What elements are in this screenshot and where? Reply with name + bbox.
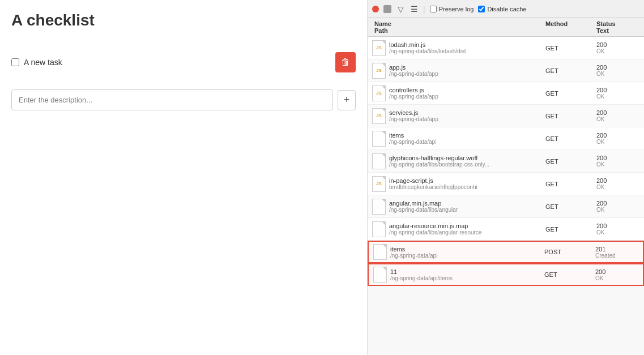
file-name-path: angular-resource.min.js.map /ng-spring-d…: [389, 223, 481, 236]
file-path: /ng-spring-data/libs/angular: [389, 207, 458, 213]
file-name: items: [390, 246, 437, 253]
list-icon[interactable]: ☰: [410, 5, 419, 14]
file-cell: items /ng-spring-data/api: [373, 244, 542, 260]
status-cell: 200 OK: [594, 177, 639, 190]
network-row[interactable]: JS controllers.js /ng-spring-data/app GE…: [368, 82, 644, 105]
file-type-icon: JS: [372, 63, 386, 79]
method-cell: POST: [542, 249, 593, 255]
status-text: OK: [595, 275, 636, 281]
status-cell: 200 OK: [594, 41, 639, 54]
file-name: services.js: [389, 109, 438, 116]
network-row[interactable]: items /ng-spring-data/api GET 200 OK: [368, 127, 644, 150]
status-code: 200: [596, 87, 637, 93]
file-name: items: [389, 132, 436, 139]
file-type-icon: [372, 153, 386, 169]
file-path: /ng-spring-data/app: [389, 93, 438, 100]
status-text: OK: [596, 207, 637, 213]
file-path: bmdblncegkenkacieihfhpjfppoconhi: [389, 184, 477, 190]
file-type-icon: [372, 221, 386, 237]
network-row[interactable]: glyphicons-halflings-regular.woff /ng-sp…: [368, 150, 644, 173]
file-cell: glyphicons-halflings-regular.woff /ng-sp…: [372, 153, 543, 169]
disable-cache-checkbox[interactable]: [478, 6, 485, 12]
task-label: A new task: [24, 58, 62, 67]
file-name-path: items /ng-spring-data/api: [390, 246, 437, 259]
disable-cache-label[interactable]: Disable cache: [478, 6, 526, 12]
file-type-icon: JS: [372, 40, 386, 56]
file-name: app.js: [389, 64, 438, 71]
network-row[interactable]: JS services.js /ng-spring-data/app GET 2…: [368, 105, 644, 127]
header-method: Method: [543, 19, 594, 35]
method-cell: GET: [543, 67, 594, 74]
file-name: in-page-script.js: [389, 177, 477, 184]
network-toolbar: ▽ ☰ | Preserve log Disable cache: [368, 0, 644, 18]
delete-button[interactable]: 🗑: [335, 52, 356, 72]
file-name: angular.min.js.map: [389, 200, 458, 207]
method-cell: GET: [543, 135, 594, 142]
network-row[interactable]: items /ng-spring-data/api POST 201 Creat…: [368, 241, 644, 263]
file-name: controllers.js: [389, 87, 438, 93]
method-cell: GET: [543, 226, 594, 233]
network-row[interactable]: JS in-page-script.js bmdblncegkenkacieih…: [368, 173, 644, 195]
description-input[interactable]: [11, 89, 333, 110]
file-cell: angular-resource.min.js.map /ng-spring-d…: [372, 221, 543, 237]
status-cell: 200 OK: [594, 64, 639, 77]
file-name-path: angular.min.js.map /ng-spring-data/libs/…: [389, 200, 458, 213]
file-path: /ng-spring-data/api: [390, 253, 437, 259]
status-code: 200: [596, 64, 637, 71]
file-name-path: 11 /ng-spring-data/api/items: [390, 268, 453, 281]
status-text: OK: [596, 48, 637, 54]
status-cell: 200 OK: [594, 87, 639, 100]
file-type-icon: [373, 267, 387, 283]
file-path: /ng-spring-data/api: [389, 139, 436, 145]
preserve-log-checkbox[interactable]: [430, 6, 437, 12]
task-checkbox[interactable]: [11, 58, 19, 66]
method-cell: GET: [543, 203, 594, 210]
file-name: angular-resource.min.js.map: [389, 223, 481, 229]
task-row: A new task 🗑: [11, 46, 356, 78]
left-panel: A checklist A new task 🗑 +: [0, 0, 367, 355]
network-row[interactable]: angular-resource.min.js.map /ng-spring-d…: [368, 218, 644, 241]
network-row[interactable]: JS lodash.min.js /ng-spring-data/libs/lo…: [368, 37, 644, 59]
file-type-icon: [373, 244, 387, 260]
file-path: /ng-spring-data/api/items: [390, 275, 453, 281]
file-name: 11: [390, 268, 453, 275]
status-code: 200: [596, 200, 637, 207]
preserve-log-label[interactable]: Preserve log: [430, 6, 474, 12]
record-button[interactable]: [372, 6, 379, 12]
filter-icon[interactable]: ▽: [396, 5, 405, 14]
status-cell: 200 OK: [594, 109, 639, 122]
file-path: /ng-spring-data/app: [389, 116, 438, 122]
file-path: /ng-spring-data/libs/bootstrap-css-only.…: [389, 161, 489, 168]
network-list: JS lodash.min.js /ng-spring-data/libs/lo…: [368, 37, 644, 355]
file-type-icon: [372, 199, 386, 215]
file-path: /ng-spring-data/app: [389, 71, 438, 77]
description-row: +: [11, 89, 356, 110]
status-code: 200: [596, 109, 637, 116]
status-text: OK: [596, 161, 637, 168]
add-button[interactable]: +: [338, 90, 356, 110]
separator: |: [423, 5, 425, 14]
file-name-path: controllers.js /ng-spring-data/app: [389, 87, 438, 100]
status-text: OK: [596, 184, 637, 190]
file-type-icon: [372, 131, 386, 147]
file-name-path: lodash.min.js /ng-spring-data/libs/lodas…: [389, 41, 466, 54]
network-panel: ▽ ☰ | Preserve log Disable cache Name Pa…: [367, 0, 644, 355]
network-row[interactable]: JS app.js /ng-spring-data/app GET 200 OK: [368, 59, 644, 82]
method-cell: GET: [543, 90, 594, 97]
file-cell: angular.min.js.map /ng-spring-data/libs/…: [372, 199, 543, 215]
network-header: Name Path Method Status Text: [368, 18, 644, 37]
file-path: /ng-spring-data/libs/lodash/dist: [389, 48, 466, 54]
stop-button[interactable]: [383, 5, 391, 13]
file-cell: JS controllers.js /ng-spring-data/app: [372, 85, 543, 101]
status-cell: 200 OK: [594, 223, 639, 236]
network-row[interactable]: 11 /ng-spring-data/api/items GET 200 OK: [368, 263, 644, 286]
status-text: OK: [596, 229, 637, 236]
file-name: lodash.min.js: [389, 41, 466, 48]
network-row[interactable]: angular.min.js.map /ng-spring-data/libs/…: [368, 195, 644, 218]
status-code: 200: [596, 177, 637, 184]
status-cell: 200 OK: [594, 132, 639, 145]
file-name-path: app.js /ng-spring-data/app: [389, 64, 438, 77]
status-code: 200: [595, 268, 636, 275]
status-text: OK: [596, 93, 637, 100]
status-cell: 201 Created: [593, 246, 638, 259]
